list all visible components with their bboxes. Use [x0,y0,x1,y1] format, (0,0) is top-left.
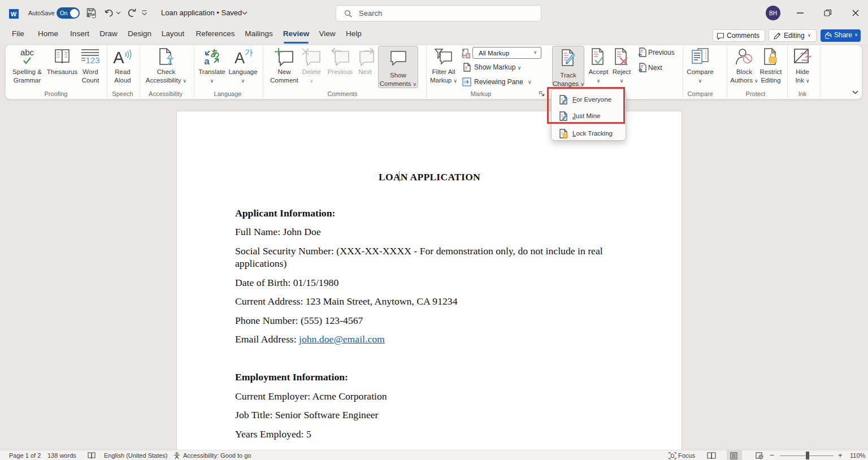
svg-text:a: a [204,56,210,66]
svg-text:W: W [11,11,17,18]
svg-text:A: A [113,49,124,66]
svg-text:abc: abc [20,47,34,57]
svg-text:A: A [235,50,245,66]
svg-text:123: 123 [85,55,99,65]
svg-text:あ: あ [211,48,220,58]
svg-text:가: 가 [245,47,253,57]
